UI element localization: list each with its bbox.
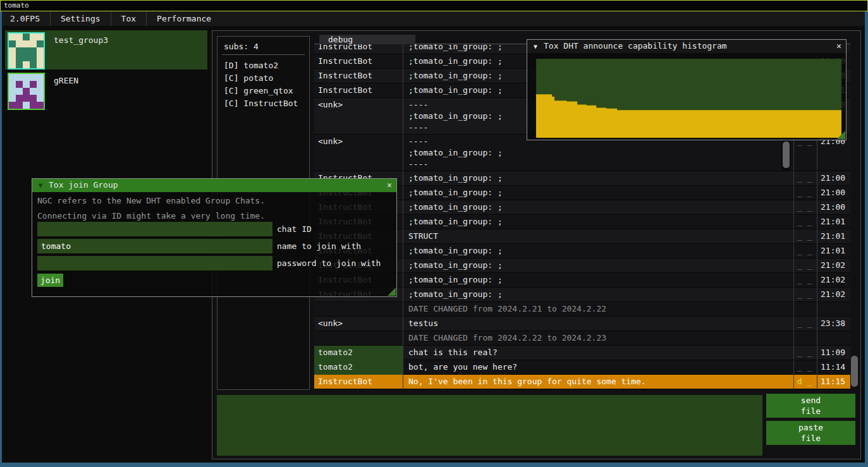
- send-file-button[interactable]: send file: [766, 394, 855, 418]
- message-flags: _ _: [793, 215, 817, 229]
- message-flags: _ _: [793, 288, 817, 302]
- message-text: ;tomato_in_group: ;: [403, 244, 793, 258]
- chat-row[interactable]: tomato2bot, are you new here?_ _11:14: [314, 360, 850, 375]
- join-group-window: ▼ Tox join Group ✕ NGC refers to the New…: [32, 178, 397, 297]
- member-role: [D]: [224, 61, 238, 70]
- chat-row[interactable]: DATE CHANGED from 2024.2.21 to 2024.2.22: [314, 302, 850, 317]
- message-timestamp: 21:01: [817, 215, 850, 229]
- resize-grip[interactable]: [388, 288, 396, 296]
- member-item[interactable]: [C] green_qtox: [224, 87, 309, 95]
- message-flags: _ _: [793, 317, 817, 331]
- message-text: chat is this real?: [403, 346, 793, 360]
- message-text: testus: [403, 317, 793, 331]
- chat-id-input[interactable]: [37, 222, 272, 236]
- histogram-plot[interactable]: [536, 59, 841, 138]
- window-title: tomato: [4, 1, 29, 9]
- group-list-item-test_group3[interactable]: test_group3: [5, 30, 207, 70]
- join-password-input[interactable]: [37, 256, 272, 270]
- message-text: bot, are you new here?: [403, 360, 793, 375]
- chat-row[interactable]: InstructBotNo, I've been in this group f…: [314, 375, 850, 389]
- member-name: green_qtox: [243, 86, 293, 95]
- chat-scrollbar-thumb[interactable]: [851, 356, 858, 387]
- group-avatar: [8, 32, 45, 70]
- join-group-title: Tox join Group: [49, 179, 382, 192]
- message-flags: _ _: [793, 273, 817, 288]
- window-border-left: [0, 11, 2, 467]
- message-timestamp: 21:02: [817, 273, 850, 288]
- join-button[interactable]: join: [37, 274, 63, 287]
- message-timestamp: 11:15: [817, 375, 850, 389]
- subs-count: subs: 4: [224, 42, 309, 51]
- dht-histogram-title: Tox DHT announce capability histogram: [544, 40, 832, 53]
- message-input[interactable]: [217, 395, 762, 456]
- sender-name: InstructBot: [314, 44, 403, 54]
- menubar: 2.0FPS Settings Tox Performance: [0, 11, 866, 26]
- window-border-bottom: [0, 463, 868, 467]
- sender-name: <unk>: [314, 317, 403, 331]
- message-timestamp: 21:02: [817, 258, 850, 273]
- group-name: gREEN: [45, 71, 78, 110]
- message-flags: _ _: [793, 360, 817, 375]
- message-timestamp: [817, 302, 850, 317]
- member-item[interactable]: [D] tomato2: [224, 61, 309, 70]
- message-text: ;tomato_in_group: ;: [403, 186, 793, 200]
- message-text: ;tomato_in_group: ;: [403, 215, 793, 229]
- dht-histogram-window: ▼ Tox DHT announce capability histogram …: [527, 39, 847, 140]
- log-scrollbar-thumb[interactable]: [783, 142, 790, 168]
- member-item[interactable]: [C] InstructBot: [224, 99, 309, 108]
- chat-row[interactable]: DATE CHANGED from 2024.2.22 to 2024.2.23: [314, 331, 850, 346]
- member-name: potato: [243, 73, 273, 83]
- close-icon[interactable]: ✕: [382, 179, 396, 192]
- chat-row[interactable]: tomato2chat is this real?_ _11:09: [314, 346, 850, 360]
- message-timestamp: 21:02: [817, 288, 850, 302]
- message-timestamp: 21:01: [817, 244, 850, 258]
- log-scrollbar-track[interactable]: [781, 140, 791, 171]
- sender-name: [314, 302, 403, 317]
- group-name: test_group3: [45, 30, 108, 70]
- menu-settings[interactable]: Settings: [51, 11, 111, 26]
- message-flags: _ _: [793, 346, 817, 360]
- dht-histogram-titlebar[interactable]: ▼ Tox DHT announce capability histogram …: [527, 40, 846, 53]
- resize-grip[interactable]: [837, 131, 845, 139]
- chat-id-label: chat ID: [277, 222, 312, 236]
- message-timestamp: 21:00: [817, 171, 850, 186]
- message-timestamp: 23:38: [817, 317, 850, 331]
- message-flags: [793, 302, 817, 317]
- join-info-line: NGC refers to the New DHT enabled Group …: [37, 195, 396, 207]
- member-item[interactable]: [C] potato: [224, 74, 309, 83]
- member-role: [C]: [224, 73, 238, 83]
- join-name-input[interactable]: [37, 239, 272, 253]
- member-role: [C]: [224, 99, 238, 108]
- join-group-titlebar[interactable]: ▼ Tox join Group ✕: [32, 179, 396, 192]
- sender-name: tomato2: [314, 346, 403, 360]
- message-flags: _ _: [793, 258, 817, 273]
- member-name: InstructBot: [243, 99, 298, 108]
- tab-debug[interactable]: debug: [319, 35, 415, 44]
- chat-row[interactable]: <unk>testus_ _23:38: [314, 317, 850, 331]
- message-text: ;tomato_in_group: ;: [403, 258, 793, 273]
- message-timestamp: 21:01: [817, 229, 850, 244]
- group-avatar: [8, 73, 45, 110]
- message-text: DATE CHANGED from 2024.2.22 to 2024.2.23: [403, 331, 793, 346]
- message-flags: [793, 331, 817, 346]
- join-info-line: Connecting via ID might take a very long…: [37, 210, 396, 222]
- message-timestamp: 11:09: [817, 346, 850, 360]
- message-timestamp: 21:00: [817, 200, 850, 215]
- collapse-icon[interactable]: ▼: [32, 179, 49, 192]
- window-border-right: [865, 11, 868, 467]
- message-text: ;tomato_in_group: ;: [403, 273, 793, 288]
- paste-file-button[interactable]: paste file: [766, 421, 855, 445]
- message-timestamp: 21:00: [817, 186, 850, 200]
- sender-name: [314, 331, 403, 346]
- message-flags: _ _: [793, 186, 817, 200]
- message-flags: _ _: [793, 171, 817, 186]
- close-icon[interactable]: ✕: [832, 40, 846, 53]
- group-list-item-gREEN[interactable]: gREEN: [5, 71, 207, 110]
- sender-name: <unk>: [314, 98, 403, 134]
- menu-tox[interactable]: Tox: [111, 11, 147, 26]
- menu-performance[interactable]: Performance: [147, 11, 221, 26]
- collapse-icon[interactable]: ▼: [527, 40, 544, 53]
- message-flags: d _: [793, 375, 817, 389]
- message-text: STRUCT: [403, 229, 793, 244]
- window-titlebar[interactable]: tomato: [0, 0, 868, 11]
